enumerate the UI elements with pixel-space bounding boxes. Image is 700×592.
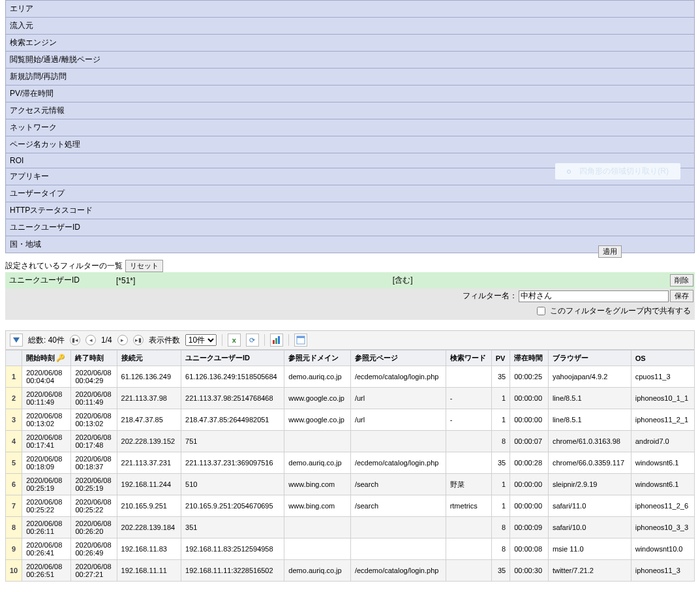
- table-row[interactable]: 92020/06/0800:26:412020/06/0800:26:49192…: [6, 538, 695, 560]
- table-row[interactable]: 82020/06/0800:26:112020/06/0800:26:20202…: [6, 517, 695, 538]
- table-row[interactable]: 52020/06/0800:18:092020/06/0800:18:37221…: [6, 452, 695, 474]
- cell-kw: 野菜: [446, 474, 491, 495]
- col-header-10[interactable]: OS: [631, 351, 694, 366]
- table-row[interactable]: 102020/06/0800:26:512020/06/0800:27:2119…: [6, 560, 695, 582]
- cell-dur: 00:00:07: [510, 431, 549, 452]
- cell-kw: [446, 538, 491, 560]
- filter-category-6[interactable]: アクセス元情報: [5, 102, 695, 119]
- cell-src: 61.126.136.249: [117, 366, 181, 388]
- cell-os: android7.0: [631, 431, 694, 452]
- total-count: 総数: 40件: [28, 335, 65, 346]
- delete-filter-button[interactable]: 削除: [670, 274, 693, 287]
- filter-category-0[interactable]: エリア: [5, 0, 695, 18]
- apply-button[interactable]: 適用: [598, 245, 622, 258]
- table-row[interactable]: 22020/06/0800:11:492020/06/0800:11:49221…: [6, 388, 695, 409]
- cell-br: safari/11.0: [548, 495, 631, 517]
- filter-category-2[interactable]: 検索エンジン: [5, 35, 695, 52]
- cell-src: 221.113.37.98: [117, 388, 181, 409]
- sort-key-icon: 🔑: [56, 354, 65, 362]
- dropdown-toggle[interactable]: [10, 334, 23, 347]
- perpage-label: 表示件数: [149, 335, 180, 346]
- cell-start: 2020/06/0800:26:51: [22, 560, 71, 582]
- filter-category-3[interactable]: 閲覧開始/通過/離脱ページ: [5, 52, 695, 69]
- cell-dur: 00:00:25: [510, 366, 549, 388]
- perpage-select[interactable]: 10件: [185, 334, 217, 346]
- cell-kw: -: [446, 388, 491, 409]
- cell-end: 2020/06/0800:26:49: [71, 538, 117, 560]
- filter-category-13[interactable]: ユニークユーザーID: [5, 219, 695, 236]
- filter-category-4[interactable]: 新規訪問/再訪問: [5, 69, 695, 86]
- active-filter-pattern: [*51*]: [116, 276, 135, 285]
- col-header-4[interactable]: 参照元ドメイン: [284, 351, 351, 366]
- filter-category-5[interactable]: PV/滞在時間: [5, 86, 695, 102]
- table-row[interactable]: 72020/06/0800:25:222020/06/0800:25:22210…: [6, 495, 695, 517]
- col-header-8[interactable]: 滞在時間: [510, 351, 549, 366]
- cell-pv: 35: [491, 366, 510, 388]
- cell-end: 2020/06/0800:27:21: [71, 560, 117, 582]
- filter-category-12[interactable]: HTTPステータスコード: [5, 202, 695, 219]
- table-row[interactable]: 42020/06/0800:17:412020/06/0800:17:48202…: [6, 431, 695, 452]
- cell-end: 2020/06/0800:18:37: [71, 452, 117, 474]
- filter-category-14[interactable]: 国・地域: [5, 236, 695, 253]
- cell-os: iphoneos11_2_1: [631, 409, 694, 431]
- col-header-5[interactable]: 参照元ページ: [350, 351, 446, 366]
- filter-name-input[interactable]: [519, 290, 669, 302]
- table-row[interactable]: 32020/06/0800:13:022020/06/0800:13:02218…: [6, 409, 695, 431]
- col-header-9[interactable]: ブラウザー: [548, 351, 631, 366]
- cell-dur: 00:00:08: [510, 538, 549, 560]
- filter-category-11[interactable]: ユーザータイプ: [5, 185, 695, 202]
- prev-page-button[interactable]: ◂: [85, 335, 96, 345]
- col-header-6[interactable]: 検索ワード: [446, 351, 491, 366]
- cell-kw: [446, 452, 491, 474]
- filter-category-7[interactable]: ネットワーク: [5, 119, 695, 136]
- table-row[interactable]: 62020/06/0800:25:192020/06/0800:25:19192…: [6, 474, 695, 495]
- svg-rect-0: [273, 340, 275, 344]
- cell-refd: [284, 538, 351, 560]
- cell-os: iphoneos10_3_3: [631, 517, 694, 538]
- chart-button[interactable]: [270, 334, 283, 347]
- cell-uid: 210.165.9.251:2054670695: [181, 495, 284, 517]
- cell-pv: 8: [491, 517, 510, 538]
- settings-button[interactable]: [294, 334, 307, 347]
- cell-br: chrome/66.0.3359.117: [548, 452, 631, 474]
- cell-uid: 221.113.37.231:369097516: [181, 452, 284, 474]
- cell-src: 221.113.37.231: [117, 452, 181, 474]
- cell-refd: demo.auriq.co.jp: [284, 452, 351, 474]
- filter-category-10[interactable]: アプリキー: [5, 168, 695, 185]
- cell-dur: 00:00:00: [510, 474, 549, 495]
- cell-refp: /search: [350, 495, 446, 517]
- table-row[interactable]: 12020/06/0800:04:042020/06/0800:04:2961.…: [6, 366, 695, 388]
- filter-category-1[interactable]: 流入元: [5, 18, 695, 35]
- cell-src: 202.228.139.152: [117, 431, 181, 452]
- col-header-1[interactable]: 終了時刻: [71, 351, 117, 366]
- last-page-button[interactable]: ▸▮: [133, 335, 144, 345]
- cell-src: 218.47.37.85: [117, 409, 181, 431]
- active-filter-row: ユニークユーザーID [*51*] [含む] 削除: [5, 272, 695, 288]
- refresh-button[interactable]: ⟳: [246, 334, 259, 347]
- reset-button[interactable]: リセット: [125, 260, 163, 272]
- cell-refp: /url: [350, 388, 446, 409]
- row-number: 8: [6, 517, 22, 538]
- active-filter-type: ユニークユーザーID: [5, 272, 116, 288]
- cell-refp: [350, 431, 446, 452]
- cell-start: 2020/06/0800:26:11: [22, 517, 71, 538]
- cell-br: safari/10.0: [548, 517, 631, 538]
- share-checkbox[interactable]: [537, 307, 545, 315]
- col-header-0[interactable]: 開始時刻🔑: [22, 351, 71, 366]
- col-header-3[interactable]: ユニークユーザーID: [181, 351, 284, 366]
- export-excel-button[interactable]: x: [228, 334, 241, 347]
- first-page-button[interactable]: ▮◂: [70, 335, 80, 345]
- cell-refp: /search: [350, 474, 446, 495]
- save-button[interactable]: 保存: [670, 290, 693, 302]
- col-header-2[interactable]: 接続元: [117, 351, 181, 366]
- svg-rect-2: [278, 336, 280, 344]
- cell-refp: [350, 517, 446, 538]
- filter-category-9[interactable]: ROI: [5, 153, 695, 168]
- next-page-button[interactable]: ▸: [117, 335, 128, 345]
- cell-br: twitter/7.21.2: [548, 560, 631, 582]
- cell-src: 192.168.11.11: [117, 560, 181, 582]
- col-header-7[interactable]: PV: [491, 351, 510, 366]
- filter-category-8[interactable]: ページ名カット処理: [5, 136, 695, 153]
- cell-pv: 1: [491, 409, 510, 431]
- cell-os: windowsnt10.0: [631, 538, 694, 560]
